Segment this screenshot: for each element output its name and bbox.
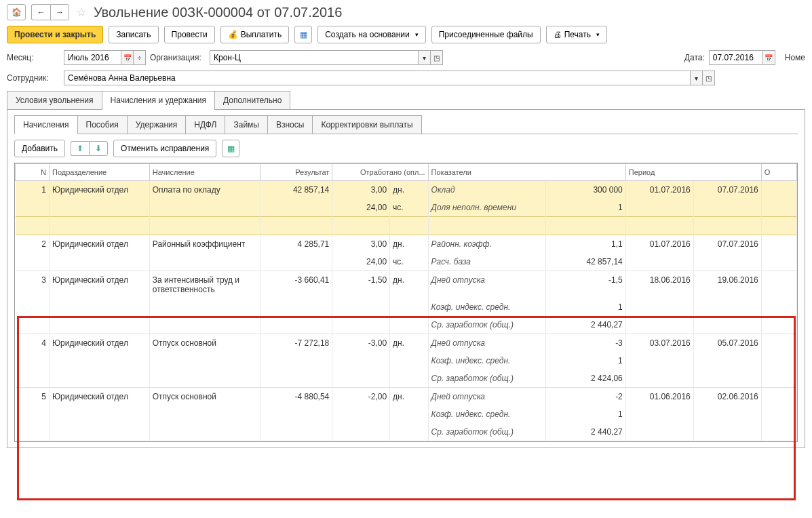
table-cell[interactable] (693, 316, 761, 334)
table-row[interactable]: Ср. заработок (общ.)2 440,27 (16, 316, 797, 334)
table-cell[interactable]: 1 (546, 298, 625, 316)
table-cell[interactable]: -1,50 (332, 271, 390, 299)
table-cell[interactable] (693, 253, 761, 271)
table-cell[interactable] (390, 217, 429, 235)
open-icon[interactable]: ◳ (703, 71, 715, 85)
table-cell[interactable] (761, 388, 796, 406)
table-cell[interactable] (761, 370, 796, 388)
table-cell[interactable]: Оклад (428, 181, 546, 199)
month-input[interactable] (64, 50, 121, 65)
table-cell[interactable]: 19.06.2016 (693, 271, 761, 299)
table-cell[interactable]: Дней отпуска (428, 334, 546, 353)
table-cell[interactable] (260, 253, 332, 271)
table-cell[interactable] (149, 298, 260, 316)
header-last[interactable]: О (761, 164, 796, 181)
table-cell[interactable] (260, 316, 332, 334)
org-input[interactable] (210, 50, 419, 65)
tab-conditions[interactable]: Условия увольнения (7, 91, 102, 109)
table-cell[interactable]: дн. (390, 388, 429, 406)
table-cell[interactable]: Юридический отдел (49, 181, 149, 199)
table-cell[interactable] (16, 217, 50, 235)
table-cell[interactable] (16, 253, 50, 271)
table-cell[interactable] (332, 298, 390, 316)
list-icon-button[interactable]: ▦ (294, 26, 312, 43)
header-accrual[interactable]: Начисление (149, 164, 260, 181)
table-cell[interactable]: 2 424,06 (546, 370, 625, 388)
table-cell[interactable] (260, 199, 332, 217)
table-cell[interactable]: -3,00 (332, 334, 390, 353)
table-cell[interactable]: 42 857,14 (260, 181, 332, 199)
table-cell[interactable]: Коэф. индекс. средн. (428, 352, 546, 370)
subtab-loans[interactable]: Займы (225, 115, 268, 134)
table-cell[interactable]: 18.06.2016 (625, 271, 693, 299)
table-cell[interactable] (49, 423, 149, 441)
table-cell[interactable] (16, 405, 50, 423)
table-cell[interactable]: Дней отпуска (428, 271, 546, 299)
table-cell[interactable] (693, 370, 761, 388)
table-cell[interactable] (149, 423, 260, 441)
save-button[interactable]: Записать (109, 26, 158, 43)
table-cell[interactable]: дн. (390, 235, 429, 254)
add-button[interactable]: Добавить (14, 140, 65, 157)
table-cell[interactable]: Дней отпуска (428, 388, 546, 406)
table-cell[interactable]: 5 (16, 388, 50, 406)
print-button[interactable]: 🖨Печать (546, 26, 607, 43)
table-cell[interactable]: Расч. база (428, 253, 546, 271)
table-cell[interactable]: чс. (390, 199, 429, 217)
table-cell[interactable]: Юридический отдел (49, 388, 149, 406)
table-cell[interactable]: 2 440,27 (546, 423, 625, 441)
subtab-deductions[interactable]: Удержания (127, 115, 187, 134)
table-cell[interactable]: 07.07.2016 (693, 235, 761, 254)
table-cell[interactable]: -4 880,54 (260, 388, 332, 406)
table-row[interactable]: Коэф. индекс. средн.1 (16, 298, 797, 316)
table-cell[interactable] (390, 370, 429, 388)
table-row[interactable]: 24,00чс.Доля неполн. времени1 (16, 199, 797, 217)
table-cell[interactable] (625, 352, 693, 370)
table-cell[interactable] (761, 405, 796, 423)
move-up-button[interactable]: ⬆ (71, 141, 89, 156)
table-cell[interactable]: 24,00 (332, 199, 390, 217)
table-cell[interactable]: Юридический отдел (49, 271, 149, 299)
table-cell[interactable] (761, 199, 796, 217)
table-cell[interactable] (390, 298, 429, 316)
table-cell[interactable] (761, 423, 796, 441)
table-cell[interactable]: Ср. заработок (общ.) (428, 423, 546, 441)
table-cell[interactable]: -1,5 (546, 271, 625, 299)
table-cell[interactable]: дн. (390, 334, 429, 353)
header-worked[interactable]: Отработано (опл... (332, 164, 428, 181)
table-cell[interactable]: -7 272,18 (260, 334, 332, 353)
table-cell[interactable]: Юридический отдел (49, 235, 149, 254)
table-cell[interactable] (16, 316, 50, 334)
table-cell[interactable] (260, 370, 332, 388)
header-n[interactable]: N (16, 164, 50, 181)
grid-settings-button[interactable]: ▦ (222, 140, 239, 157)
table-row[interactable]: Коэф. индекс. средн.1 (16, 352, 797, 370)
table-cell[interactable]: 2 440,27 (546, 316, 625, 334)
header-indicators[interactable]: Показатели (428, 164, 625, 181)
table-row[interactable]: 5Юридический отделОтпуск основной-4 880,… (16, 388, 797, 406)
favorite-icon[interactable]: ☆ (76, 5, 87, 20)
process-close-button[interactable]: Провести и закрыть (7, 26, 103, 43)
table-cell[interactable] (149, 217, 260, 235)
table-cell[interactable] (625, 423, 693, 441)
dropdown-icon[interactable]: ▾ (691, 71, 703, 85)
table-cell[interactable] (693, 405, 761, 423)
dropdown-icon[interactable]: ▾ (419, 50, 431, 65)
process-button[interactable]: Провести (164, 26, 215, 43)
table-cell[interactable] (149, 370, 260, 388)
tab-additional[interactable]: Дополнительно (214, 91, 290, 109)
table-row[interactable]: 3Юридический отделЗа интенсивный труд и … (16, 271, 797, 299)
table-cell[interactable]: 01.06.2016 (625, 388, 693, 406)
table-cell[interactable]: 3,00 (332, 181, 390, 199)
table-cell[interactable]: 4 285,71 (260, 235, 332, 254)
table-cell[interactable]: -2 (546, 388, 625, 406)
table-cell[interactable] (625, 298, 693, 316)
table-cell[interactable] (16, 298, 50, 316)
table-cell[interactable]: Ср. заработок (общ.) (428, 370, 546, 388)
open-icon[interactable]: ◳ (431, 50, 443, 65)
subtab-ndfl[interactable]: НДФЛ (185, 115, 225, 134)
table-cell[interactable]: Коэф. индекс. средн. (428, 298, 546, 316)
table-cell[interactable]: 1,1 (546, 235, 625, 254)
table-cell[interactable] (693, 217, 761, 235)
table-cell[interactable] (49, 316, 149, 334)
